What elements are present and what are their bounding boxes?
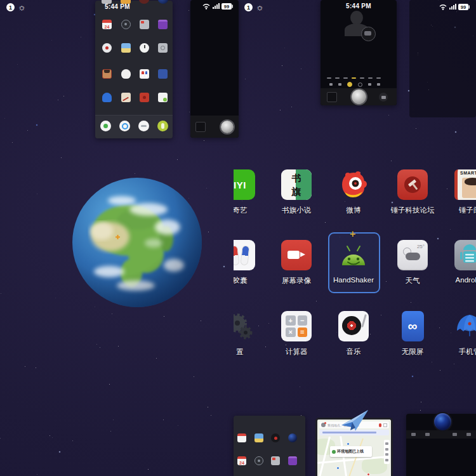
sun-icon: ☼	[256, 3, 264, 11]
map-poi-dot	[367, 473, 370, 476]
signal-icon	[213, 3, 220, 9]
screen-record-icon	[281, 240, 312, 270]
status-time: 5:44 PM	[105, 3, 130, 10]
cutoff-icon	[102, 0, 112, 4]
settings-icon	[158, 43, 168, 53]
map-callout[interactable]: 环境地图已上线	[330, 446, 372, 457]
multiscreen-overview: 1 ☼ 1 ☼ 5:44 PM 24	[0, 0, 476, 476]
handshaker-android-icon	[338, 240, 369, 270]
sun-icon: ☼	[18, 3, 26, 11]
iqiyi-icon: IYI	[234, 169, 255, 200]
svg-text:99: 99	[224, 4, 229, 10]
remote-control-icon	[271, 456, 280, 465]
app-grid: + IYI 奇艺 书旗 书旗小说 微博	[234, 0, 476, 393]
mic-icon[interactable]	[379, 423, 381, 427]
notes-icon	[288, 456, 297, 465]
screen-thumbnail-camera-dark[interactable]: 99	[190, 0, 239, 138]
screen-thumbnail-launcher[interactable]: 5:44 PM 24	[95, 1, 173, 138]
page-indicator-right[interactable]: 1 ☼	[244, 3, 264, 11]
browser-icon	[119, 121, 130, 131]
timer-icon[interactable]	[453, 433, 457, 436]
camera-orb-icon	[288, 433, 297, 442]
app-smartisan-reader[interactable]: SMART 锤子阅	[439, 169, 476, 215]
shutter-button[interactable]	[221, 121, 234, 133]
infinite-screen-icon: ∞	[397, 311, 428, 341]
capsule-icon	[140, 69, 149, 79]
calendar-icon: 24	[102, 20, 112, 29]
cutoff-icon	[121, 0, 131, 4]
messages-icon	[138, 121, 149, 131]
avatar[interactable]	[321, 423, 326, 427]
notes-icon	[158, 20, 168, 29]
app-iqiyi[interactable]: IYI 奇艺	[234, 169, 270, 215]
map-toolbar[interactable]	[384, 440, 390, 464]
phone-icon	[100, 121, 111, 131]
page-number-badge[interactable]: 1	[6, 3, 15, 11]
magazine-cover-photo	[462, 178, 476, 198]
tree-icon	[332, 450, 336, 454]
camera-preview-thumb[interactable]	[195, 122, 206, 132]
app-calculator[interactable]: + − × = 计算器	[266, 311, 327, 357]
camera-toolbar[interactable]	[406, 430, 476, 439]
umbrella-icon	[454, 311, 476, 341]
smartisan-logo-icon	[255, 456, 263, 465]
forum-icon	[397, 169, 428, 200]
app-screen-recorder[interactable]: 屏幕录像	[266, 240, 327, 286]
weather-icon: 25°	[397, 240, 428, 270]
calendar-icon: 24	[237, 456, 246, 465]
earth-globe	[71, 176, 203, 311]
music-record-icon	[271, 433, 280, 442]
cloud-icon	[121, 69, 131, 79]
drag-cursor-plus: +	[350, 228, 355, 240]
music-turntable-icon	[338, 311, 369, 341]
battery-icon: 99	[221, 3, 233, 10]
contact-photo-icon	[102, 69, 112, 79]
music-disc-icon	[102, 43, 112, 53]
hammer-glyph	[408, 180, 416, 187]
red-app-icon	[140, 93, 149, 102]
app-settings[interactable]: 置	[234, 311, 270, 357]
camera-lens-orb	[434, 413, 451, 430]
app-shuqi-novel[interactable]: 书旗 书旗小说	[266, 169, 327, 215]
app-weibo[interactable]: 微博	[323, 169, 384, 215]
app-smartisan-forum[interactable]: 锤子科技论坛	[382, 169, 443, 215]
settings-gears-icon	[234, 311, 255, 341]
clock-icon	[140, 43, 149, 53]
flip-icon[interactable]	[466, 433, 471, 436]
app-idea-capsule[interactable]: 胶囊	[234, 240, 270, 286]
remote-control-icon	[140, 20, 149, 29]
page-number-badge[interactable]: 1	[244, 3, 253, 11]
app-phone-manager[interactable]: 手机管	[439, 311, 476, 357]
expand-icon[interactable]	[383, 423, 387, 427]
hdr-icon[interactable]	[425, 433, 430, 436]
weibo-icon	[338, 169, 369, 200]
reader-magazine-icon: SMART	[454, 169, 476, 200]
androbench-icon	[454, 240, 476, 270]
starfield-bright	[0, 0, 1, 1]
gallery-icon	[121, 43, 131, 53]
paper-plane-icon	[339, 407, 371, 434]
umbrella-icon	[102, 93, 112, 102]
document-icon	[121, 93, 131, 102]
calendar-icon	[237, 433, 246, 442]
appstore-icon	[158, 93, 168, 102]
calculator-icon: + − × =	[281, 311, 312, 341]
contacts-icon	[157, 121, 168, 131]
wifi-icon	[203, 4, 209, 6]
book-icon	[158, 69, 168, 79]
app-music[interactable]: 音乐	[323, 311, 384, 357]
flash-icon[interactable]	[411, 433, 416, 436]
app-handshaker[interactable]: HandShaker	[323, 240, 384, 284]
screen-thumbnail-launcher-2[interactable]: 24	[234, 416, 305, 476]
app-androbench[interactable]: AndroBe	[439, 240, 476, 284]
smartisan-logo-icon	[121, 20, 131, 29]
status-cluster: 99	[202, 2, 236, 10]
page-indicator-left[interactable]: 1 ☼	[6, 3, 26, 11]
app-infinite-screen[interactable]: ∞ 无限屏	[382, 311, 443, 357]
map-location-dot	[347, 442, 350, 446]
map-location-dot	[336, 466, 340, 470]
photos-icon	[255, 433, 263, 442]
shuqi-icon: 书旗	[281, 169, 312, 200]
capsule-pills-icon	[234, 240, 255, 270]
app-weather[interactable]: 25° 天气	[382, 240, 443, 286]
